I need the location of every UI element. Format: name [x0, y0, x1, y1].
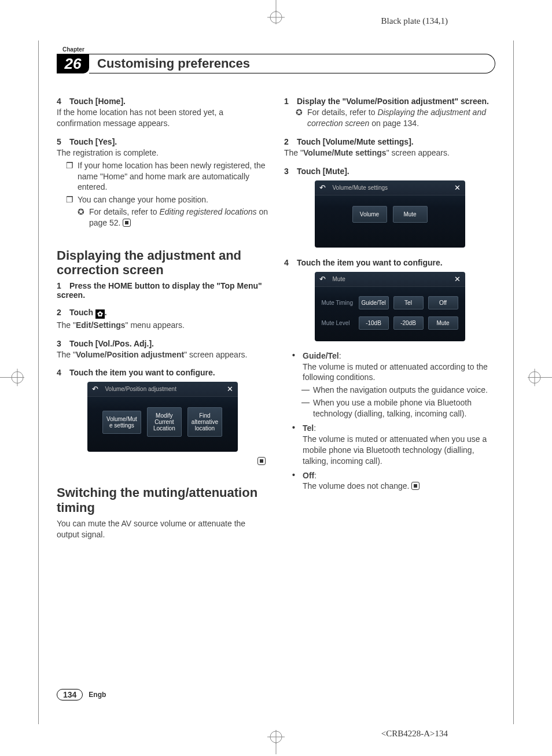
xref-text: For details, refer to Displaying the adj…	[307, 107, 495, 129]
svg-point-1	[270, 12, 282, 23]
crop-mark-bottom	[262, 725, 290, 756]
display-step-1: 1Press the HOME button to display the "T…	[57, 281, 268, 300]
section-heading-displaying: Displaying the adjustment and correction…	[57, 248, 268, 278]
left-column: 4Touch [Home]. If the home location has …	[57, 95, 268, 540]
screenshot-title: Volume/Mute settings	[333, 185, 388, 191]
svg-point-12	[529, 371, 540, 383]
display-step-2: 2Touch ✿.	[57, 308, 268, 319]
screenshot-volume-mute-settings: ↶ Volume/Mute settings ✕ Volume Mute	[315, 180, 465, 248]
note-1-text: If your home location has been newly reg…	[78, 160, 268, 193]
note-2-text: You can change your home position.	[78, 194, 208, 205]
minus-10db-button[interactable]: -10dB	[359, 316, 389, 330]
end-mark-icon	[123, 219, 131, 227]
find-alternative-location-button[interactable]: Find alternative location	[187, 407, 222, 437]
display-step-4: 4Touch the item you want to configure.	[57, 368, 268, 377]
display-step-3-body: The "Volume/Position adjustment" screen …	[57, 349, 268, 360]
bullet-guide-tel: • Guide/Tel: The volume is muted or atte…	[292, 351, 495, 383]
end-mark-icon	[257, 457, 266, 465]
dash-icon: —	[301, 385, 313, 394]
note-icon: ❐	[66, 194, 78, 205]
switching-intro: You can mute the AV source volume or att…	[57, 518, 268, 540]
close-icon[interactable]: ✕	[454, 275, 461, 283]
right-step-2: 2Touch [Volume/Mute settings].	[284, 137, 495, 146]
display-step-3: 3Touch [Vol./Pos. Adj.].	[57, 339, 268, 348]
crop-mark-right	[523, 363, 552, 393]
screenshot-title: Mute	[333, 276, 345, 282]
close-icon[interactable]: ✕	[227, 385, 233, 393]
screenshot-volume-position: ↶ Volume/Position adjustment ✕ Volume/Mu…	[87, 382, 238, 452]
black-plate-label: Black plate (134,1)	[381, 16, 448, 26]
right-step-2-body: The "Volume/Mute settings" screen appear…	[284, 147, 495, 158]
crop-mark-left	[0, 363, 29, 393]
mute-button[interactable]: Mute	[393, 206, 428, 223]
minus-20db-button[interactable]: -20dB	[393, 316, 424, 330]
display-step-2-body: The "Edit/Settings" menu appears.	[57, 320, 268, 331]
chapter-number-badge: 26	[57, 54, 89, 73]
xref-icon: ✪	[78, 206, 89, 217]
svg-point-9	[12, 371, 23, 383]
mute-level-label: Mute Level	[322, 320, 354, 326]
trim-line-right	[513, 40, 514, 724]
page-number: 134	[57, 689, 83, 700]
crop-mark-top	[262, 0, 290, 31]
svg-point-4	[270, 731, 282, 743]
page-footer: 134 Engb	[57, 689, 106, 700]
step-5-heading: 5Touch [Yes].	[57, 137, 268, 146]
note-icon: ❐	[66, 160, 78, 171]
mute-timing-label: Mute Timing	[322, 300, 354, 306]
dash-item: — When you use a mobile phone via Blueto…	[301, 397, 495, 419]
gear-icon: ✿	[95, 309, 105, 319]
bullet-icon: •	[292, 351, 303, 360]
xref-row: ✪ For details, refer to Displaying the a…	[296, 107, 495, 129]
dash-item: — When the navigation outputs the guidan…	[301, 385, 495, 396]
note-row: ❐ If your home location has been newly r…	[66, 160, 268, 193]
tel-button[interactable]: Tel	[393, 296, 424, 309]
back-icon[interactable]: ↶	[319, 275, 326, 283]
modify-current-location-button[interactable]: Modify Current Location	[147, 407, 182, 437]
language-code: Engb	[89, 691, 106, 699]
volume-button[interactable]: Volume	[352, 206, 387, 223]
right-column: 1Display the "Volume/Position adjustment…	[284, 95, 495, 540]
back-icon[interactable]: ↶	[319, 183, 326, 192]
back-icon[interactable]: ↶	[92, 385, 98, 393]
chapter-title: Customising preferences	[97, 56, 250, 71]
note-row: ❐ You can change your home position.	[66, 194, 268, 205]
bullet-icon: •	[292, 423, 303, 432]
bullet-tel: • Tel: The volume is muted or attenuated…	[292, 423, 495, 467]
dash-icon: —	[301, 397, 313, 407]
screenshot-title: Volume/Position adjustment	[105, 386, 176, 392]
step-4-heading: 4Touch [Home].	[57, 97, 268, 106]
end-mark-row	[57, 456, 268, 466]
right-step-1: 1Display the "Volume/Position adjustment…	[284, 97, 495, 106]
chapter-label: Chapter	[62, 46, 495, 53]
guide-tel-button[interactable]: Guide/Tel	[359, 296, 389, 309]
trim-line-left	[38, 40, 39, 724]
chapter-title-wrap: Customising preferences	[89, 54, 495, 73]
close-icon[interactable]: ✕	[454, 183, 461, 192]
volume-mute-settings-button[interactable]: Volume/Mut e settings	[102, 411, 141, 434]
xref-row: ✪ For details, refer to Editing register…	[78, 206, 268, 228]
screenshot-mute: ↶ Mute ✕ Mute Timing Guide/Tel Tel Off M…	[315, 272, 465, 341]
off-button[interactable]: Off	[428, 296, 458, 309]
step-4-body: If the home location has not been stored…	[57, 107, 268, 129]
document-id: <CRB4228-A>134	[381, 729, 448, 739]
chapter-header: 26 Customising preferences	[57, 54, 495, 73]
xref-text: For details, refer to Editing registered…	[89, 206, 268, 228]
step-5-body: The registration is complete.	[57, 147, 268, 158]
bullet-icon: •	[292, 470, 303, 480]
right-step-3: 3Touch [Mute].	[284, 167, 495, 176]
right-step-4: 4Touch the item you want to configure.	[284, 258, 495, 267]
xref-icon: ✪	[296, 107, 307, 118]
end-mark-icon	[411, 482, 419, 490]
section-heading-switching: Switching the muting/attenuation timing	[57, 485, 268, 515]
mute-level-mute-button[interactable]: Mute	[428, 316, 458, 330]
bullet-off: • Off: The volume does not change.	[292, 470, 495, 492]
